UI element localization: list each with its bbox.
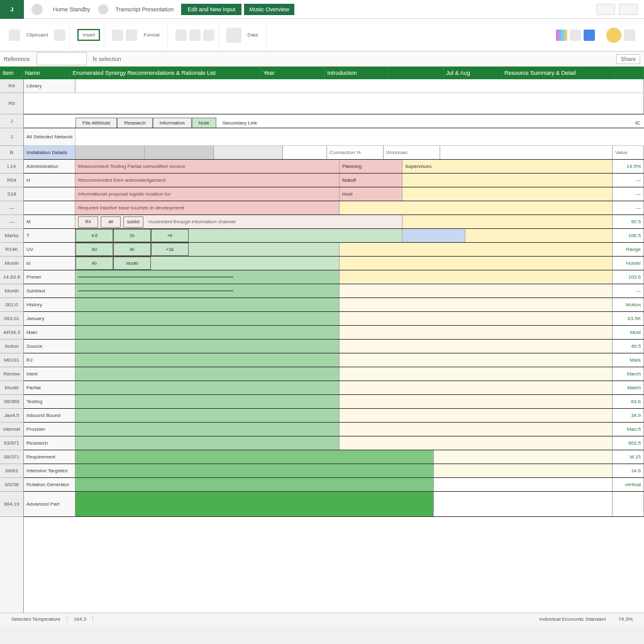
col-header[interactable]: Introduction [325, 67, 389, 79]
cell-label[interactable]: Advanced Part [24, 492, 75, 516]
cell[interactable] [189, 229, 402, 242]
cell[interactable] [402, 229, 465, 242]
cell[interactable]: 6d [75, 243, 113, 256]
row-header[interactable]: — [0, 215, 23, 229]
cell[interactable] [340, 353, 613, 367]
cell[interactable] [340, 423, 613, 436]
cell[interactable] [402, 174, 613, 187]
cell[interactable]: Library [24, 79, 75, 92]
cell-value[interactable]: 863.5 [613, 436, 644, 450]
cell[interactable]: Matoff [340, 174, 402, 187]
ribbon-clipboard-label[interactable]: Clipboard [23, 30, 52, 40]
cell-label[interactable]: Rotation Generator [24, 478, 75, 491]
cell-label[interactable] [24, 187, 75, 201]
cell-label[interactable]: UV [24, 243, 75, 256]
cell[interactable]: Planning [340, 160, 402, 173]
cell-label[interactable]: Subtract [24, 284, 75, 297]
cell-value[interactable]: — [613, 284, 644, 297]
row-header[interactable]: L14 [0, 160, 23, 174]
cell[interactable]: +6 [151, 229, 189, 242]
title-tab-3[interactable]: Music Overview [244, 4, 294, 15]
cell-value[interactable] [613, 492, 644, 516]
align-center-icon[interactable] [189, 30, 201, 41]
find-icon[interactable] [624, 30, 635, 41]
cell-value[interactable]: vertical [613, 478, 644, 491]
cell-value[interactable]: Man.5 [613, 423, 644, 436]
row-header[interactable]: R14K [0, 243, 23, 257]
cell[interactable] [340, 312, 613, 325]
cell[interactable] [465, 229, 613, 242]
cell[interactable]: 1b [113, 229, 151, 242]
cell-value[interactable]: 63.5K [613, 312, 644, 325]
cell-value[interactable]: 92.5 [613, 215, 644, 228]
col-header[interactable] [389, 67, 444, 79]
cell[interactable]: R4altsublistmovement through information… [75, 215, 402, 228]
cell[interactable] [75, 128, 644, 145]
cell[interactable] [75, 326, 340, 339]
italic-icon[interactable] [126, 30, 137, 41]
ideas-icon[interactable] [606, 28, 621, 43]
cell[interactable] [340, 201, 613, 214]
row-header[interactable]: R4 [0, 79, 23, 93]
row-header[interactable]: Jan4.5 [0, 409, 23, 423]
col-header[interactable]: Year [261, 67, 325, 79]
cell[interactable]: 4b [75, 257, 113, 270]
cell[interactable]: Measurement Testing Partial unmodified v… [75, 160, 340, 173]
cell-value[interactable]: Match [613, 381, 644, 394]
title-tab-2[interactable]: Edit and New Input [181, 4, 242, 15]
cell[interactable] [75, 395, 340, 408]
cell-label[interactable]: id [24, 257, 75, 270]
cell-label[interactable]: RJ [24, 353, 75, 367]
cell[interactable] [75, 436, 340, 450]
row-header[interactable]: Internet [0, 423, 23, 436]
cell[interactable] [340, 436, 613, 450]
row-header[interactable]: 83/871 [0, 436, 23, 450]
cell-styles-icon[interactable] [556, 30, 567, 41]
row-header[interactable]: 08/371 [0, 450, 23, 464]
row-header[interactable]: 001.0 [0, 298, 23, 312]
cell-label[interactable]: Inbound Bound [24, 409, 75, 422]
cell[interactable] [402, 187, 613, 201]
cell[interactable] [340, 381, 613, 394]
cell-label[interactable]: Requirement [24, 450, 75, 464]
row-header[interactable]: 08/368 [0, 395, 23, 409]
cell[interactable] [402, 215, 613, 228]
cell[interactable]: +18 [151, 243, 189, 256]
cell[interactable] [75, 478, 434, 491]
cell-label[interactable]: Partial [24, 381, 75, 394]
row-header[interactable]: 14.83.8 [0, 270, 23, 284]
cell-value[interactable]: 14.6 [613, 464, 644, 477]
row-header[interactable]: B [0, 146, 23, 160]
col-header[interactable]: Resource Summary & Detail [502, 67, 614, 79]
title-tab-1[interactable]: Transcript Presentation [111, 4, 179, 15]
cell[interactable] [340, 409, 613, 422]
row-header[interactable]: M6131 [0, 353, 23, 367]
cell[interactable] [75, 340, 340, 353]
cell-value[interactable]: 63.6 [613, 395, 644, 408]
cell[interactable] [75, 312, 340, 325]
cell-value[interactable]: M.15 [613, 450, 644, 464]
cell[interactable]: model [113, 257, 151, 270]
cell[interactable]: 4b [113, 243, 151, 256]
cell[interactable] [340, 298, 613, 311]
row-header[interactable]: Marks [0, 229, 23, 243]
wrap-icon[interactable] [203, 30, 214, 41]
ribbon-insert-button[interactable]: Insert [77, 29, 100, 41]
row-header[interactable]: 884.19 [0, 492, 23, 517]
cell[interactable] [75, 79, 644, 92]
cell-label[interactable]: M [24, 215, 75, 228]
row-header[interactable]: 0/0/38 [0, 478, 23, 492]
cell-value[interactable]: Holder [613, 257, 644, 270]
cell-label[interactable]: Ident [24, 367, 75, 380]
cell-label[interactable]: Provider [24, 423, 75, 436]
row-header[interactable]: Month [0, 284, 23, 298]
cell[interactable] [434, 478, 613, 491]
cell[interactable] [340, 270, 613, 284]
cell[interactable]: Informational proposal logistic location… [75, 187, 340, 201]
cell[interactable]: Recommended form acknowledgement [75, 174, 340, 187]
cell[interactable] [340, 284, 613, 297]
cell-value[interactable]: 100.5 [613, 229, 644, 242]
sheet-tab[interactable]: Information [153, 118, 192, 128]
row-header[interactable]: Review [0, 367, 23, 381]
cell[interactable] [75, 284, 340, 297]
